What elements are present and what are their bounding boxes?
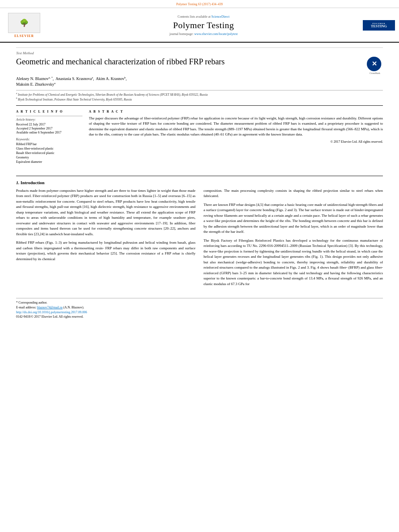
available-date: Available online 6 September 2017 bbox=[16, 131, 82, 134]
affiliations: a Institute for Problems of Chemical and… bbox=[16, 90, 383, 101]
crossmark-label: CrossMark bbox=[367, 72, 383, 75]
email-line: E-mail address: blaznov74@mail.ru (A.N. … bbox=[16, 306, 383, 309]
keyword-5: Equivalent diameter bbox=[16, 160, 82, 164]
journal-title: Polymer Testing bbox=[173, 20, 234, 31]
journal-badge-area: POLYMER TESTING bbox=[359, 11, 399, 39]
affiliation-1: a Institute for Problems of Chemical and… bbox=[16, 92, 383, 97]
intro-right-para-1: composition. The main processing complex… bbox=[204, 188, 383, 199]
article-info-abstract-row: A R T I C L E I N F O Article history: R… bbox=[16, 105, 383, 168]
section-title-text: Introduction bbox=[21, 180, 45, 185]
body-two-col: Products made from polymer composites ha… bbox=[16, 188, 383, 290]
intro-right-para-3-text: The Biysk Factory of Fiberglass Reinforc… bbox=[204, 238, 383, 286]
elsevier-logo-area: 🌳 ELSEVIER bbox=[0, 11, 48, 39]
crossmark-badge: ✕ CrossMark bbox=[367, 57, 383, 73]
abstract-label: A B S T R A C T bbox=[89, 110, 383, 113]
accepted-date: Accepted 2 September 2017 bbox=[16, 127, 82, 130]
abstract-col: A B S T R A C T The paper discusses the … bbox=[89, 110, 383, 168]
intro-para-2: Ribbed FRP rebars (Figs. 1–3) are being … bbox=[16, 240, 195, 262]
intro-right-para-3: The Biysk Factory of Fiberglass Reinforc… bbox=[204, 238, 383, 287]
journal-badge: POLYMER TESTING bbox=[363, 20, 395, 31]
doi-line[interactable]: http://dx.doi.org/10.1016/j.polymertesti… bbox=[16, 310, 383, 314]
main-content: Test Method Geometric and mechanical cha… bbox=[0, 43, 399, 327]
crossmark-icon: ✕ bbox=[367, 57, 381, 71]
intro-para-1: Products made from polymer composites ha… bbox=[16, 188, 195, 237]
article-info-label: A R T I C L E I N F O bbox=[16, 110, 82, 113]
journal-citation: Polymer Testing 63 (2017) 434–439 bbox=[176, 2, 223, 6]
received-date: Received 22 July 2017 bbox=[16, 123, 82, 126]
paper-title: Geometric and mechanical characterizatio… bbox=[16, 57, 363, 66]
article-history: Article history: Received 22 July 2017 A… bbox=[16, 116, 82, 134]
journal-header: 🌳 ELSEVIER Contents lists available at S… bbox=[0, 8, 399, 43]
intro-title: 1. Introduction bbox=[16, 180, 383, 185]
affil-1-sup: a bbox=[16, 92, 17, 94]
keyword-3: Basalt fiber-reinforced plastic bbox=[16, 151, 82, 155]
elsevier-tree-icon: 🌳 bbox=[20, 18, 29, 27]
contents-text: Contents lists available at bbox=[178, 15, 211, 18]
introduction-section: 1. Introduction Products made from polym… bbox=[16, 176, 383, 290]
author-4-sup: a bbox=[54, 82, 56, 85]
sciencedirect-link[interactable]: ScienceDirect bbox=[212, 15, 230, 18]
article-type: Test Method bbox=[16, 47, 383, 55]
authors-line: Aleksey N. Blaznova, *, Anastasia S. Kra… bbox=[16, 76, 383, 88]
affil-2-text: Biysk Technological Institute, Polzunov … bbox=[18, 98, 132, 101]
issn-line: 0142-9418/© 2017 Elsevier Ltd. All right… bbox=[16, 315, 383, 318]
author-2-sup: a bbox=[92, 76, 93, 79]
elsevier-label: ELSEVIER bbox=[14, 34, 34, 38]
homepage-url[interactable]: www.elsevier.com/locate/polytest bbox=[194, 32, 238, 36]
copyright-line: © 2017 Elsevier Ltd. All rights reserved… bbox=[89, 140, 383, 144]
affil-2-sup: b bbox=[16, 97, 17, 99]
intro-para-2-text: Ribbed FRP rebars (Figs. 1–3) are being … bbox=[16, 240, 195, 261]
contents-line: Contents lists available at ScienceDirec… bbox=[178, 15, 230, 18]
author-3: Akim A. Krasnov bbox=[96, 76, 124, 81]
author-1-sup: a, * bbox=[49, 76, 53, 79]
homepage-line: journal homepage: www.elsevier.com/locat… bbox=[169, 32, 238, 36]
abstract-text: The paper discusses the advantage of fib… bbox=[89, 116, 383, 138]
paper-title-row: Geometric and mechanical characterizatio… bbox=[16, 57, 383, 73]
badge-title-text: TESTING bbox=[366, 25, 392, 29]
homepage-label: journal homepage: bbox=[169, 32, 193, 36]
elsevier-logo: 🌳 ELSEVIER bbox=[8, 13, 40, 38]
footnote-star-line: * Corresponding author. bbox=[16, 301, 383, 304]
footer-section: * Corresponding author. E-mail address: … bbox=[16, 298, 383, 318]
page-wrapper: Polymer Testing 63 (2017) 434–439 🌳 ELSE… bbox=[0, 0, 399, 327]
email-label: E-mail address: bbox=[16, 306, 36, 309]
doi-url: http://dx.doi.org/10.1016/j.polymertesti… bbox=[16, 310, 87, 314]
affiliation-2: b Biysk Technological Institute, Polzuno… bbox=[16, 97, 383, 101]
footnote-star: * Corresponding author. bbox=[16, 301, 47, 304]
article-info-col: A R T I C L E I N F O Article history: R… bbox=[16, 110, 82, 168]
keywords-section: Keywords: Ribbed FRP bar Glass fiber-rei… bbox=[16, 138, 82, 164]
article-info-section: A R T I C L E I N F O Article history: R… bbox=[16, 110, 82, 164]
elsevier-logo-image: 🌳 bbox=[8, 13, 40, 33]
author-2: Anastasia S. Krasnova bbox=[56, 76, 92, 81]
body-left-col: Products made from polymer composites ha… bbox=[16, 188, 195, 290]
intro-right-para-1-text: composition. The main processing complex… bbox=[204, 189, 383, 198]
author-1: Aleksey N. Blaznov bbox=[16, 76, 49, 81]
history-label: Article history: bbox=[16, 118, 82, 121]
intro-para-1-text: Products made from polymer composites ha… bbox=[16, 189, 195, 236]
journal-header-center: Contents lists available at ScienceDirec… bbox=[48, 11, 359, 39]
intro-right-para-2-text: There are known FRP rebar designs [4,5] … bbox=[204, 203, 383, 234]
affil-1-text: Institute for Problems of Chemical and E… bbox=[18, 92, 208, 96]
author-3-sup: b bbox=[124, 76, 126, 79]
keyword-1: Ribbed FRP bar bbox=[16, 142, 82, 146]
keywords-label: Keywords: bbox=[16, 138, 82, 141]
keyword-2: Glass fiber-reinforced plastic bbox=[16, 147, 82, 150]
author-4: Maksim E. Zhurkovsky bbox=[16, 82, 54, 87]
body-right-col: composition. The main processing complex… bbox=[204, 188, 383, 290]
section-number: 1. bbox=[16, 180, 19, 185]
keyword-4: Geometry bbox=[16, 156, 82, 159]
intro-right-para-2: There are known FRP rebar designs [4,5] … bbox=[204, 202, 383, 235]
email-link[interactable]: blaznov74@mail.ru bbox=[37, 306, 63, 309]
email-person: (A.N. Blaznov). bbox=[64, 306, 84, 309]
abstract-section: A B S T R A C T The paper discusses the … bbox=[89, 110, 383, 144]
journal-top-bar: Polymer Testing 63 (2017) 434–439 bbox=[0, 0, 399, 8]
